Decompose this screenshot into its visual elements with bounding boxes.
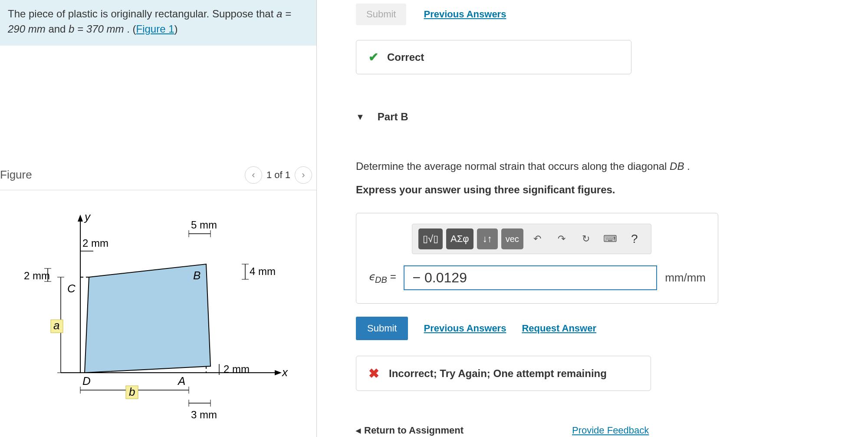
return-link[interactable]: ◂ Return to Assignment [356, 425, 464, 436]
keyboard-button[interactable]: ⌨ [600, 228, 621, 249]
reset-button[interactable]: ↻ [575, 228, 596, 249]
label-A: A [177, 374, 185, 387]
part-b-header[interactable]: ▼ Part B [356, 111, 851, 123]
figure-pager-label: 1 of 1 [266, 169, 290, 181]
axis-y-label: y [84, 210, 91, 223]
request-answer-link[interactable]: Request Answer [522, 323, 596, 334]
part-b-title: Part B [378, 111, 408, 123]
dim-5mm: 5 mm [191, 219, 217, 231]
diagonal-name: DB [670, 160, 684, 172]
dim-3mm: 3 mm [191, 409, 217, 420]
template-button[interactable]: ▯√▯ [418, 228, 443, 249]
correct-label: Correct [387, 51, 424, 63]
svg-marker-1 [85, 264, 210, 373]
figure-diagram: y x 5 mm 2 mm 4 mm 2 mm 2 mm [0, 190, 316, 437]
part-b-feedback: ✖ Incorrect; Try Again; One attempt rema… [356, 356, 651, 391]
figure-title: Figure [0, 168, 32, 182]
dim-a: a [53, 319, 59, 332]
figure-link[interactable]: Figure 1 [136, 23, 174, 35]
answer-panel: ▯√▯ ΑΣφ ↓↑ vec ↶ ↷ ↻ ⌨ ? ϵDB = mm/mm [356, 213, 718, 304]
dim-2mm-left: 2 mm [24, 270, 50, 281]
vector-button[interactable]: vec [501, 228, 523, 249]
part-b-hint: Express your answer using three signific… [356, 181, 851, 199]
help-button[interactable]: ? [624, 228, 645, 249]
answer-input[interactable] [404, 265, 657, 290]
chevron-left-icon: ◂ [356, 425, 361, 436]
check-icon: ✔ [368, 50, 378, 64]
equation-toolbar: ▯√▯ ΑΣφ ↓↑ vec ↶ ↷ ↻ ⌨ ? [412, 224, 651, 254]
part-a-feedback: ✔ Correct [356, 40, 631, 74]
part-b-submit-button[interactable]: Submit [356, 317, 408, 340]
undo-button[interactable]: ↶ [527, 228, 548, 249]
part-b-instructions: Determine the average normal strain that… [356, 158, 851, 198]
figure-prev-button[interactable]: ‹ [245, 166, 262, 184]
part-b-previous-answers-link[interactable]: Previous Answers [424, 323, 506, 334]
label-B: B [193, 269, 201, 282]
variable-label: ϵDB = [368, 271, 396, 285]
figure-header: Figure ‹ 1 of 1 › [0, 159, 316, 190]
x-icon: ✖ [368, 366, 379, 381]
problem-statement: The piece of plastic is originally recta… [0, 0, 316, 46]
incorrect-label: Incorrect; Try Again; One attempt remain… [389, 367, 607, 380]
provide-feedback-link[interactable]: Provide Feedback [572, 425, 649, 436]
figure-next-button[interactable]: › [295, 166, 312, 184]
dim-2mm-top: 2 mm [82, 237, 108, 249]
subscript-button[interactable]: ↓↑ [477, 228, 498, 249]
problem-text: The piece of plastic is originally recta… [8, 8, 276, 20]
label-C: C [67, 282, 76, 295]
unit-label: mm/mm [665, 271, 706, 285]
caret-down-icon: ▼ [356, 112, 365, 122]
part-a-previous-answers-link[interactable]: Previous Answers [424, 9, 506, 20]
part-a-submit-button: Submit [356, 3, 406, 25]
axis-x-label: x [281, 366, 288, 379]
greek-button[interactable]: ΑΣφ [446, 228, 473, 249]
label-D: D [82, 374, 91, 387]
dim-b: b [129, 385, 135, 398]
dim-2mm-right: 2 mm [224, 363, 250, 375]
b-expression: b = 370 mm [69, 23, 124, 35]
dim-4mm: 4 mm [250, 265, 276, 277]
redo-button[interactable]: ↷ [551, 228, 572, 249]
